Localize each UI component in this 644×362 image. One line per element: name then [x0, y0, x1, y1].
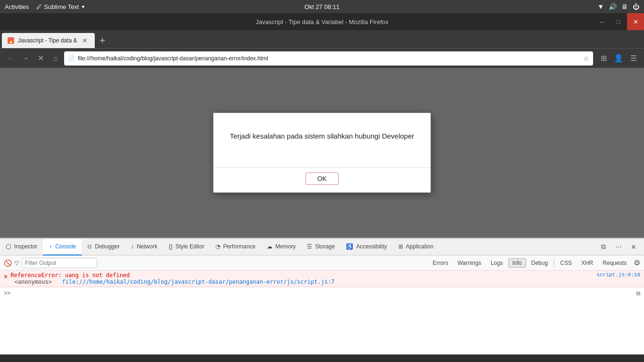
- debugger-label: Debugger: [95, 243, 120, 250]
- alert-dialog: Terjadi kesalahan pada sistem silahkan h…: [213, 113, 431, 193]
- css-filter-button[interactable]: CSS: [556, 258, 576, 268]
- error-link[interactable]: file:///home/haikal/coding/blog/javascri…: [62, 279, 335, 285]
- app-icon: 🖊: [36, 3, 42, 10]
- info-filter-button[interactable]: Info: [508, 258, 526, 268]
- console-filter-buttons: Errors Warnings Logs Info Debug | CSS XH…: [429, 258, 631, 268]
- power-icon[interactable]: ⏻: [633, 3, 639, 10]
- new-tab-button[interactable]: +: [95, 33, 110, 48]
- tab-title: Javascript - Tipe data &: [18, 37, 77, 44]
- tab-inspector[interactable]: ⬡ Inspector: [0, 239, 43, 255]
- address-actions: ☆: [583, 55, 589, 62]
- back-button[interactable]: ←: [4, 52, 17, 65]
- browser-tab[interactable]: 🔥 Javascript - Tipe data & ✕: [2, 33, 95, 48]
- system-bar-left: Activities 🖊 Sublime Text ▼: [5, 3, 85, 10]
- page-content: Terjadi kesalahan pada sistem silahkan h…: [0, 68, 644, 238]
- split-console-icon[interactable]: ⊟: [636, 289, 640, 297]
- style-editor-icon: {}: [169, 243, 173, 250]
- maximize-button[interactable]: □: [610, 13, 627, 30]
- anon-label: <anonymous>: [14, 279, 51, 285]
- application-label: Application: [406, 243, 434, 250]
- address-bar[interactable]: 📄 file:///home/haikal/coding/blog/javasc…: [64, 51, 593, 66]
- tab-network[interactable]: ↕ Network: [125, 239, 163, 255]
- activities-label[interactable]: Activities: [5, 3, 29, 10]
- performance-label: Performance: [223, 243, 256, 250]
- error-message: ReferenceError: uang is not defined: [10, 272, 596, 279]
- volume-icon[interactable]: 🔊: [609, 3, 617, 10]
- stop-reload-button[interactable]: ✕: [34, 52, 47, 65]
- forward-button[interactable]: →: [19, 52, 32, 65]
- warnings-filter-button[interactable]: Warnings: [453, 258, 485, 268]
- tab-memory[interactable]: ☁ Memory: [261, 239, 301, 255]
- console-bar: 🚫 ▽ Errors Warnings Logs Info Debug | CS…: [0, 255, 644, 271]
- system-bar-datetime: Okt 27 08:11: [305, 3, 339, 10]
- inspector-label: Inspector: [14, 243, 37, 250]
- application-icon: ⊞: [398, 243, 403, 250]
- logs-filter-button[interactable]: Logs: [487, 258, 507, 268]
- devtools-more-button[interactable]: ⋯: [612, 240, 625, 254]
- console-clear-button[interactable]: 🚫: [4, 259, 12, 267]
- network-label: Network: [137, 243, 157, 250]
- error-content: ReferenceError: uang is not defined <ano…: [10, 272, 596, 285]
- console-prompt-icon: >>: [4, 290, 10, 297]
- tab-debugger[interactable]: ⊙ Debugger: [82, 239, 125, 255]
- devtools-close-button[interactable]: ✕: [627, 240, 640, 254]
- minimize-button[interactable]: ─: [593, 13, 610, 30]
- xhr-filter-button[interactable]: XHR: [577, 258, 597, 268]
- app-name: Sublime Text: [44, 3, 79, 10]
- tab-style-editor[interactable]: {} Style Editor: [163, 239, 210, 255]
- console-output: ✕ ReferenceError: uang is not defined <a…: [0, 271, 644, 354]
- devtools-dock-button[interactable]: ⧉: [597, 240, 610, 254]
- browser-titlebar: Javascript - Tipe data & Variabel - Mozi…: [0, 13, 644, 30]
- dialog-ok-button[interactable]: OK: [305, 173, 339, 185]
- app-indicator[interactable]: 🖊 Sublime Text ▼: [36, 3, 85, 10]
- tab-performance[interactable]: ◔ Performance: [210, 239, 261, 255]
- network-icon: ↕: [131, 243, 134, 250]
- home-button[interactable]: ⌂: [49, 52, 62, 65]
- console-settings-button[interactable]: ⚙: [634, 258, 640, 267]
- inspector-icon: ⬡: [6, 243, 11, 250]
- nav-bar: ← → ✕ ⌂ 📄 file:///home/haikal/coding/blo…: [0, 48, 644, 68]
- performance-icon: ◔: [215, 243, 220, 250]
- address-lock-icon: 📄: [68, 55, 75, 62]
- storage-label: Storage: [315, 243, 335, 250]
- system-bar-right: ▼ 🔊 🖥 ⏻: [597, 3, 639, 10]
- account-button[interactable]: 👤: [612, 52, 625, 65]
- address-bookmark-icon[interactable]: ☆: [583, 55, 589, 62]
- menu-button[interactable]: ☰: [627, 52, 640, 65]
- system-bar: Activities 🖊 Sublime Text ▼ Okt 27 08:11…: [0, 0, 644, 13]
- accessibility-icon: ♿: [346, 243, 353, 250]
- devtools-panel: ⬡ Inspector › Console ⊙ Debugger ↕ Netwo…: [0, 238, 644, 354]
- requests-filter-button[interactable]: Requests: [598, 258, 631, 268]
- filter-icon: ▽: [15, 260, 19, 266]
- devtools-toolbar-right: ⧉ ⋯ ✕: [597, 240, 644, 254]
- tab-application[interactable]: ⊞ Application: [393, 239, 439, 255]
- app-menu-arrow: ▼: [81, 4, 85, 9]
- console-input-row: >> ⊟: [0, 287, 644, 299]
- tab-close-button[interactable]: ✕: [81, 36, 89, 45]
- filter-input[interactable]: [22, 258, 97, 268]
- console-input[interactable]: [12, 290, 634, 297]
- address-text: file:///home/haikal/coding/blog/javascri…: [78, 55, 580, 62]
- errors-filter-button[interactable]: Errors: [429, 258, 453, 268]
- close-button[interactable]: ✕: [627, 13, 644, 30]
- dialog-message: Terjadi kesalahan pada sistem silahkan h…: [230, 132, 414, 140]
- tab-favicon: 🔥: [8, 37, 14, 44]
- error-location[interactable]: script.js:9:10: [597, 272, 644, 278]
- tab-bar: 🔥 Javascript - Tipe data & ✕ +: [0, 30, 644, 48]
- memory-label: Memory: [275, 243, 296, 250]
- storage-icon: ☰: [307, 243, 312, 250]
- screen-icon[interactable]: 🖥: [621, 3, 628, 10]
- tab-accessibility[interactable]: ♿ Accessibility: [340, 239, 392, 255]
- debug-filter-button[interactable]: Debug: [527, 258, 552, 268]
- nav-right: ⊞ 👤 ☰: [597, 52, 640, 65]
- tab-storage[interactable]: ☰ Storage: [301, 239, 340, 255]
- dialog-footer: OK: [214, 167, 430, 192]
- console-error-entry: ✕ ReferenceError: uang is not defined <a…: [0, 271, 644, 287]
- window-controls[interactable]: ─ □ ✕: [593, 13, 644, 30]
- console-icon: ›: [49, 243, 52, 250]
- memory-icon: ☁: [267, 243, 272, 250]
- tab-console[interactable]: › Console: [43, 239, 82, 255]
- extensions-button[interactable]: ⊞: [597, 52, 610, 65]
- wifi-icon[interactable]: ▼: [597, 3, 604, 10]
- debugger-icon: ⊙: [87, 243, 92, 250]
